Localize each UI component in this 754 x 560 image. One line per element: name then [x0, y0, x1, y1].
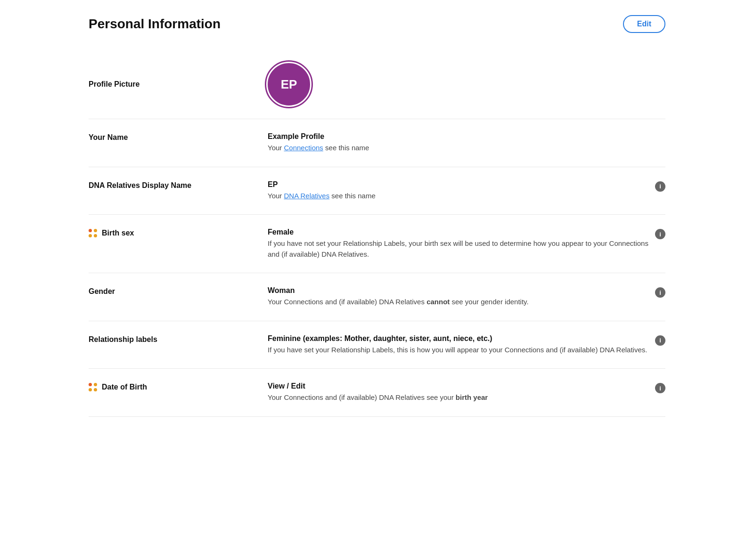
birth-sex-info-icon[interactable]: i — [655, 229, 665, 239]
dna-relatives-description: Your DNA Relatives see this name — [268, 191, 649, 202]
dna-relatives-link[interactable]: DNA Relatives — [284, 192, 329, 200]
your-name-value: Example Profile — [268, 132, 665, 141]
birth-sex-content: Female If you have not set your Relation… — [268, 228, 649, 260]
date-of-birth-dots-icon — [89, 383, 97, 391]
dot-tr — [94, 229, 97, 232]
birth-sex-row: Birth sex Female If you have not set you… — [89, 215, 665, 273]
dot-tl — [89, 229, 92, 232]
gender-value: Woman — [268, 286, 649, 295]
relationship-labels-description: If you have set your Relationship Labels… — [268, 345, 649, 356]
connections-link[interactable]: Connections — [284, 144, 323, 152]
avatar: EP — [268, 63, 310, 106]
birth-sex-label: Birth sex — [89, 228, 268, 237]
your-name-label: Your Name — [89, 132, 268, 142]
relationship-labels-info-wrap: Feminine (examples: Mother, daughter, si… — [268, 334, 665, 356]
date-of-birth-info-icon[interactable]: i — [655, 383, 665, 393]
date-of-birth-description: Your Connections and (if available) DNA … — [268, 392, 649, 403]
relationship-labels-label: Relationship labels — [89, 334, 268, 344]
date-of-birth-content: View / Edit Your Connections and (if ava… — [268, 382, 649, 403]
page-title: Personal Information — [89, 16, 221, 32]
birth-sex-description: If you have not set your Relationship La… — [268, 238, 649, 260]
dot-tr-2 — [94, 383, 97, 386]
dot-bl — [89, 234, 92, 237]
gender-label: Gender — [89, 286, 268, 296]
dot-br-2 — [94, 388, 97, 391]
your-name-row: Your Name Example Profile Your Connectio… — [89, 119, 665, 167]
dna-relatives-info-wrap: EP Your DNA Relatives see this name i — [268, 180, 665, 202]
relationship-labels-row: Relationship labels Feminine (examples: … — [89, 321, 665, 369]
your-name-content: Example Profile Your Connections see thi… — [268, 132, 665, 154]
dot-bl-2 — [89, 388, 92, 391]
gender-info-icon[interactable]: i — [655, 287, 665, 298]
date-of-birth-label: Date of Birth — [89, 382, 268, 391]
date-of-birth-row: Date of Birth View / Edit Your Connectio… — [89, 369, 665, 417]
relationship-labels-info-icon[interactable]: i — [655, 335, 665, 346]
gender-info-wrap: Woman Your Connections and (if available… — [268, 286, 665, 308]
view-edit-link[interactable]: View / Edit — [268, 382, 305, 390]
gender-content: Woman Your Connections and (if available… — [268, 286, 649, 308]
dna-relatives-info-icon[interactable]: i — [655, 181, 665, 192]
birth-sex-dots-icon — [89, 229, 97, 237]
your-name-description: Your Connections see this name — [268, 143, 665, 154]
dna-relatives-value: EP — [268, 180, 649, 189]
profile-picture-label: Profile Picture — [89, 80, 268, 89]
dna-relatives-display-name-row: DNA Relatives Display Name EP Your DNA R… — [89, 167, 665, 215]
profile-picture-row: Profile Picture EP — [89, 50, 665, 119]
date-of-birth-info-wrap: View / Edit Your Connections and (if ava… — [268, 382, 665, 403]
page-header: Personal Information Edit — [89, 15, 665, 33]
gender-row: Gender Woman Your Connections and (if av… — [89, 273, 665, 321]
dot-tl-2 — [89, 383, 92, 386]
date-of-birth-value-link: View / Edit — [268, 382, 649, 390]
gender-description: Your Connections and (if available) DNA … — [268, 297, 649, 308]
dot-br — [94, 234, 97, 237]
relationship-labels-content: Feminine (examples: Mother, daughter, si… — [268, 334, 649, 356]
birth-sex-value: Female — [268, 228, 649, 236]
edit-button[interactable]: Edit — [623, 15, 665, 33]
birth-sex-info-wrap: Female If you have not set your Relation… — [268, 228, 665, 260]
dna-relatives-display-name-label: DNA Relatives Display Name — [89, 180, 268, 190]
relationship-labels-value: Feminine (examples: Mother, daughter, si… — [268, 334, 649, 343]
dna-relatives-content: EP Your DNA Relatives see this name — [268, 180, 649, 202]
